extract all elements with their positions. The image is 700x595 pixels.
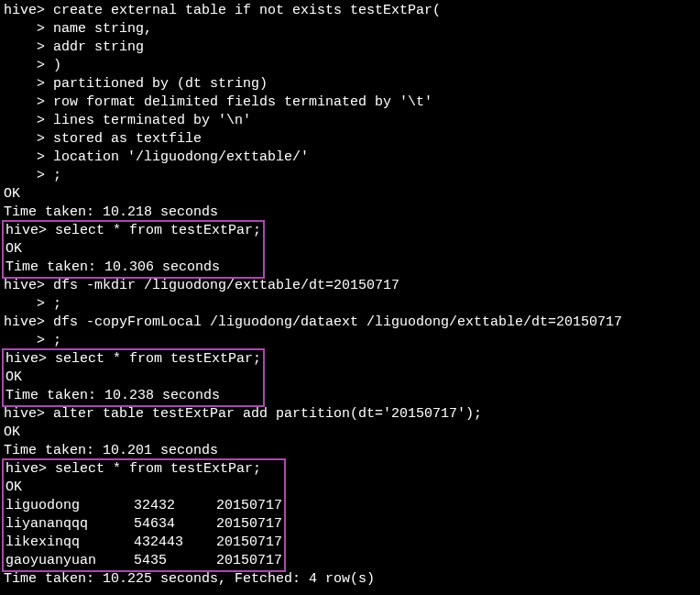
terminal-line: > name string,: [4, 20, 696, 39]
prompt: hive>: [4, 3, 45, 18]
terminal-line: hive> alter table testExtPar add partiti…: [4, 405, 696, 424]
cell-value: 32432: [134, 497, 216, 515]
command-text: addr string: [45, 39, 144, 55]
command-text: location '/liguodong/exttable/': [45, 149, 309, 165]
prompt: hive>: [4, 406, 45, 422]
prompt-cont: >: [4, 76, 45, 92]
terminal-line: hive> create external table if not exist…: [4, 2, 696, 20]
table-row: liyananqqq5463420150717: [5, 515, 282, 534]
table-row: likexinqq43244320150717: [5, 534, 282, 552]
command-text: name string,: [45, 21, 152, 37]
output-time: Time taken: 10.201 seconds: [4, 442, 696, 460]
prompt-cont: >: [4, 94, 45, 110]
highlight-box: hive> select * from testExtPar; OK Time …: [2, 348, 265, 407]
prompt: hive>: [4, 278, 45, 293]
command-text: select * from testExtPar;: [47, 351, 261, 367]
output-time: Time taken: 10.238 seconds: [5, 387, 261, 405]
terminal-line: > location '/liguodong/exttable/': [4, 149, 696, 167]
output-ok: OK: [5, 369, 261, 387]
terminal-line: > partitioned by (dt string): [4, 75, 696, 94]
command-text: row format delimited fields terminated b…: [45, 94, 432, 110]
output-time: Time taken: 10.218 seconds: [4, 204, 696, 222]
output-ok: OK: [5, 240, 261, 259]
terminal-line: hive> dfs -copyFromLocal /liguodong/data…: [4, 314, 696, 332]
cell-name: liyananqqq: [5, 515, 134, 534]
output-ok: OK: [5, 479, 282, 497]
terminal-line: > ;: [4, 295, 696, 314]
command-text: alter table testExtPar add partition(dt=…: [45, 406, 482, 422]
highlight-box: hive> select * from testExtPar; OK Time …: [2, 220, 265, 279]
terminal-line: > ;: [4, 332, 696, 350]
terminal-line: hive> dfs -mkdir /liguodong/exttable/dt=…: [4, 277, 696, 295]
terminal-line: hive> select * from testExtPar;: [5, 460, 282, 479]
command-text: create external table if not exists test…: [45, 3, 441, 18]
highlight-box: hive> select * from testExtPar; OK liguo…: [2, 458, 286, 572]
terminal-line: > addr string: [4, 39, 696, 57]
prompt: hive>: [4, 314, 45, 330]
command-text: ;: [45, 296, 61, 312]
prompt-cont: >: [4, 131, 45, 147]
command-text: stored as textfile: [45, 131, 202, 147]
output-time: Time taken: 10.306 seconds: [5, 259, 261, 277]
command-text: lines terminated by '\n': [45, 113, 251, 128]
command-text: ): [45, 58, 61, 73]
prompt: hive>: [5, 461, 47, 477]
terminal-line: > lines terminated by '\n': [4, 112, 696, 130]
prompt-cont: >: [4, 333, 45, 348]
prompt: hive>: [5, 351, 47, 367]
cell-value: 54634: [134, 515, 216, 534]
terminal-output: hive> create external table if not exist…: [0, 0, 700, 590]
command-text: ;: [45, 168, 61, 183]
cell-name: liguodong: [5, 497, 134, 515]
output-ok: OK: [4, 424, 696, 442]
table-row: liguodong3243220150717: [5, 497, 282, 515]
prompt-cont: >: [4, 39, 45, 55]
prompt-cont: >: [4, 168, 45, 183]
command-text: select * from testExtPar;: [47, 461, 261, 477]
prompt-cont: >: [4, 149, 45, 165]
cell-name: gaoyuanyuan: [5, 552, 134, 570]
cell-dt: 20150717: [216, 515, 282, 534]
prompt-cont: >: [4, 296, 45, 312]
command-text: dfs -mkdir /liguodong/exttable/dt=201507…: [45, 278, 399, 293]
terminal-line: > ): [4, 57, 696, 75]
cell-name: likexinqq: [5, 534, 134, 552]
terminal-line: > stored as textfile: [4, 130, 696, 149]
prompt-cont: >: [4, 58, 45, 73]
prompt-cont: >: [4, 113, 45, 128]
command-text: ;: [45, 333, 61, 348]
terminal-line: > row format delimited fields terminated…: [4, 94, 696, 112]
command-text: select * from testExtPar;: [47, 223, 261, 238]
cell-dt: 20150717: [216, 552, 282, 570]
output-ok: OK: [4, 185, 696, 204]
cell-value: 432443: [134, 534, 216, 552]
terminal-line: hive> select * from testExtPar;: [5, 350, 261, 369]
cell-dt: 20150717: [216, 534, 282, 552]
table-row: gaoyuanyuan543520150717: [5, 552, 282, 570]
prompt: hive>: [5, 223, 47, 238]
cell-dt: 20150717: [216, 497, 282, 515]
cell-value: 5435: [134, 552, 216, 570]
command-text: dfs -copyFromLocal /liguodong/dataext /l…: [45, 314, 622, 330]
command-text: partitioned by (dt string): [45, 76, 268, 92]
terminal-line: hive> select * from testExtPar;: [5, 222, 261, 240]
prompt-cont: >: [4, 21, 45, 37]
terminal-line: > ;: [4, 167, 696, 185]
output-time: Time taken: 10.225 seconds, Fetched: 4 r…: [4, 570, 696, 589]
